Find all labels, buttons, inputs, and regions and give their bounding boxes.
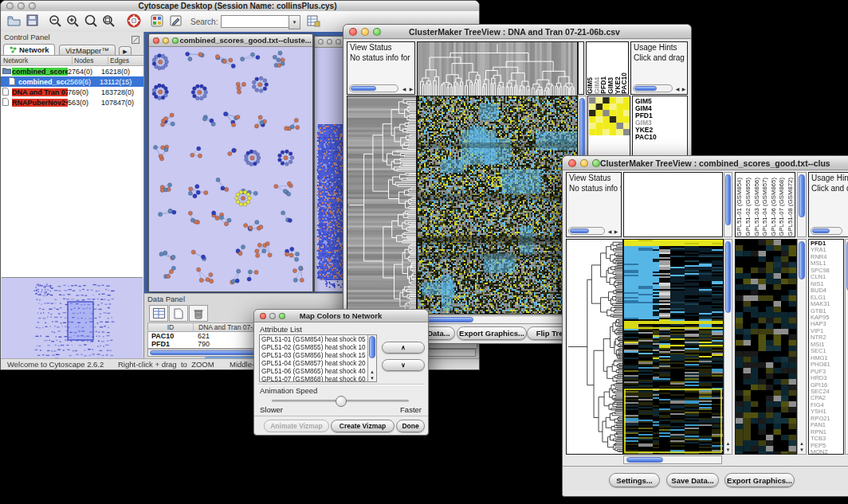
- column-label[interactable]: YKE2: [614, 76, 622, 94]
- move-up-button[interactable]: ∧: [382, 342, 425, 354]
- scroll-left-icon[interactable]: ◀: [607, 229, 613, 234]
- close-button[interactable]: [318, 39, 324, 45]
- move-down-button[interactable]: ∨: [382, 359, 425, 371]
- attribute-list-item[interactable]: GPL51-02 (GSM855) heat shock 10 min: [261, 344, 366, 352]
- delete-attribute-trash-icon[interactable]: [189, 305, 208, 322]
- attribute-list-vscrollbar[interactable]: ▲ ▼: [367, 335, 376, 381]
- tv2-right-vscrollbar[interactable]: [845, 239, 848, 455]
- scroll-up-icon[interactable]: ▲: [724, 441, 732, 446]
- column-label[interactable]: GPL51-02 (GSM855): [745, 178, 752, 236]
- save-data-button[interactable]: Save Data...: [666, 473, 719, 487]
- table-icon[interactable]: [149, 305, 168, 322]
- tv2-column-vscrollbar[interactable]: [724, 172, 732, 237]
- network-list-row[interactable]: combined_sco2569(6)13112(15): [1, 76, 143, 87]
- tv2-heatmap-hscrollbar[interactable]: [623, 455, 722, 464]
- tv2-zoom-heatmap[interactable]: [736, 240, 796, 454]
- zoom-in-icon[interactable]: [66, 14, 80, 31]
- search-dropdown-button[interactable]: ▼: [289, 15, 300, 29]
- save-icon[interactable]: [26, 14, 39, 30]
- zoom-window-button[interactable]: [279, 313, 285, 319]
- minimize-button[interactable]: [18, 2, 25, 10]
- column-label[interactable]: GPL51-04 (GSM857): [762, 178, 768, 236]
- zoom-window-button[interactable]: [373, 28, 381, 36]
- export-graphics-button[interactable]: Export Graphics...: [457, 326, 527, 340]
- tab-network[interactable]: Network: [3, 44, 55, 55]
- zoom-window-button[interactable]: [592, 159, 600, 167]
- scroll-down-icon[interactable]: ▼: [798, 447, 806, 452]
- animate-vizmap-button[interactable]: Animate Vizmap: [264, 420, 329, 432]
- column-label[interactable]: GPL51-06 (GSM865): [771, 178, 777, 236]
- minimize-button[interactable]: [361, 28, 369, 36]
- column-label[interactable]: GPL51-03 (GSM856): [754, 178, 760, 236]
- main-titlebar[interactable]: Cytoscape Desktop (Session Name: collins…: [1, 1, 479, 12]
- zoom-fit-icon[interactable]: [102, 14, 116, 31]
- vizmapper-icon[interactable]: [151, 14, 163, 30]
- column-label[interactable]: GIM4: [594, 77, 601, 94]
- minimize-button[interactable]: [580, 159, 588, 167]
- network-canvas[interactable]: [149, 47, 311, 291]
- export-graphics-button[interactable]: Export Graphics...: [724, 473, 795, 487]
- scroll-right-icon[interactable]: ▶: [681, 87, 687, 92]
- tv2-zoom-vscrollbar[interactable]: ▲ ▼: [797, 239, 807, 455]
- close-button[interactable]: [568, 159, 576, 167]
- help-lifebuoy-icon[interactable]: [127, 14, 141, 31]
- close-button[interactable]: [6, 2, 14, 10]
- col-edges[interactable]: Edges: [108, 57, 143, 64]
- tv2-heatmap[interactable]: [624, 240, 723, 454]
- close-button[interactable]: [349, 28, 357, 36]
- column-label[interactable]: GPL51-07 (GSM868): [779, 178, 785, 236]
- attribute-list-item[interactable]: GPL51-04 (GSM857) heat shock 20 min: [261, 360, 366, 368]
- new-attribute-icon[interactable]: [169, 305, 188, 322]
- scroll-right-icon[interactable]: ▶: [408, 87, 414, 92]
- tv2-zoomcol-vscrollbar[interactable]: [797, 172, 807, 237]
- import-table-icon[interactable]: [307, 14, 320, 30]
- row-label[interactable]: PAC10: [635, 134, 687, 141]
- column-label[interactable]: GPL51-08 (GSM872): [787, 178, 794, 236]
- column-label[interactable]: GPL51-01 (GSM854): [736, 178, 743, 236]
- column-label[interactable]: GIM5: [587, 77, 594, 94]
- close-button[interactable]: [153, 37, 159, 44]
- col-network[interactable]: Network: [1, 57, 73, 64]
- network-list-row[interactable]: combined_scores2764(0)16218(0): [1, 66, 143, 76]
- tv2-row-dendrogram[interactable]: [567, 240, 622, 454]
- attribute-listbox[interactable]: GPL51-01 (GSM854) heat shock 05 minGPL51…: [259, 334, 377, 382]
- overview-canvas[interactable]: [2, 278, 143, 363]
- tv2-heatmap-vscrollbar[interactable]: ▲ ▼: [724, 239, 732, 455]
- tv1-row-dendrogram[interactable]: [347, 96, 416, 314]
- col-nodes[interactable]: Nodes: [73, 57, 108, 64]
- scroll-down-icon[interactable]: ▼: [368, 376, 376, 381]
- usage-hints-hscrollbar[interactable]: [633, 84, 673, 92]
- view-status-hscrollbar[interactable]: [568, 227, 605, 235]
- annotation-icon[interactable]: [170, 14, 183, 30]
- row-label[interactable]: MON2: [811, 449, 843, 455]
- tv1-heatmap[interactable]: [418, 96, 577, 314]
- zoom-window-button[interactable]: [29, 2, 36, 10]
- network-list-row[interactable]: RNAPuberNov2+563(0)107847(0): [1, 97, 143, 107]
- search-input[interactable]: [221, 15, 289, 28]
- column-label[interactable]: PAC10: [621, 72, 628, 94]
- column-label[interactable]: GIM3: [607, 77, 614, 94]
- scroll-down-icon[interactable]: ▼: [724, 447, 732, 452]
- scroll-left-icon[interactable]: ◀: [674, 87, 681, 92]
- attribute-list-item[interactable]: GPL51-03 (GSM856) heat shock 15 min: [261, 352, 366, 360]
- scroll-up-icon[interactable]: ▲: [368, 369, 376, 374]
- zoom-window-button[interactable]: [172, 37, 179, 44]
- tv1-column-dendrogram[interactable]: [418, 42, 577, 96]
- minimize-button[interactable]: [163, 37, 169, 44]
- column-label[interactable]: PFD1: [600, 76, 607, 94]
- minimize-button[interactable]: [269, 313, 276, 319]
- tab-vizmapper[interactable]: VizMapper™: [59, 45, 116, 56]
- tv1-heatmap-hscrollbar[interactable]: [417, 315, 576, 324]
- network-overview-panel[interactable]: [2, 277, 143, 364]
- zoom-out-icon[interactable]: [49, 14, 62, 31]
- open-file-icon[interactable]: [7, 14, 21, 30]
- close-button[interactable]: [260, 313, 266, 319]
- attribute-list-item[interactable]: GPL51-07 (GSM868) heat shock 60 min: [261, 376, 366, 382]
- data-col-id[interactable]: ID: [148, 323, 194, 331]
- settings-button[interactable]: Settings...: [609, 473, 660, 487]
- tv1-column-scroll-strip[interactable]: [578, 41, 584, 95]
- done-button[interactable]: Done: [396, 420, 425, 432]
- scroll-right-icon[interactable]: ▶: [613, 229, 619, 234]
- view-status-hscrollbar[interactable]: [349, 84, 398, 92]
- attribute-list-item[interactable]: GPL51-06 (GSM865) heat shock 40 min: [261, 368, 366, 376]
